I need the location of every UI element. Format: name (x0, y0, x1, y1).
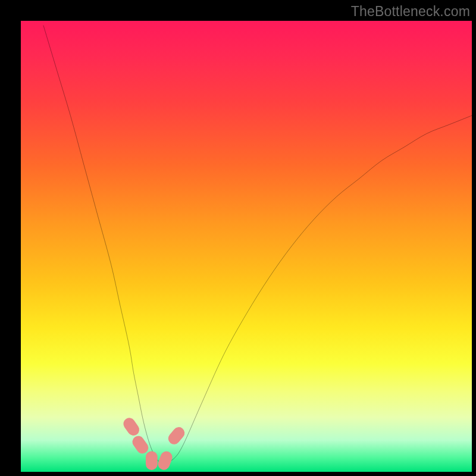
watermark-text: TheBottleneck.com (351, 4, 470, 20)
dip-marker (121, 416, 142, 438)
dip-marker (166, 425, 187, 447)
dip-marker (156, 450, 174, 472)
dip-marker (130, 434, 151, 456)
dip-markers-layer (21, 21, 472, 472)
dip-marker (146, 451, 158, 470)
plot-area (21, 21, 472, 472)
chart-frame: TheBottleneck.com (0, 0, 476, 476)
